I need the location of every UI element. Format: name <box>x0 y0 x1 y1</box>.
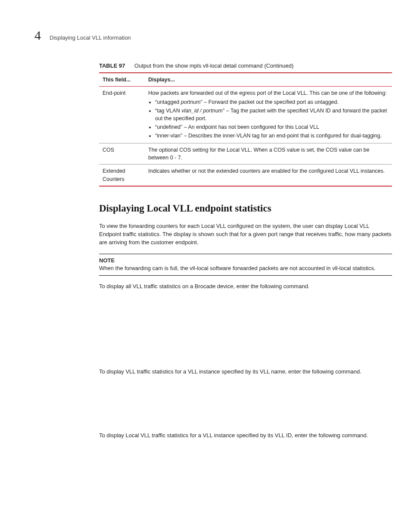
note-text: When the forwarding cam is full, the vll… <box>99 265 376 271</box>
table-label: TABLE 97 <box>99 62 125 69</box>
table-header-displays: Displays... <box>145 73 392 87</box>
cell-field: Extended Counters <box>99 165 145 186</box>
cell-bullets: “untagged portnum” – Forward the packet … <box>155 98 389 140</box>
body-paragraph: To view the forwarding counters for each… <box>99 222 392 247</box>
table-row: Extended Counters Indicates whether or n… <box>99 165 392 186</box>
spacer <box>34 383 385 426</box>
chapter-title: Displaying Local VLL information <box>50 34 131 42</box>
body-paragraph: To display Local VLL traffic statistics … <box>99 432 392 440</box>
table-header-field: This field... <box>99 73 145 87</box>
cell-desc: The optional COS setting for the Local V… <box>145 143 392 165</box>
cell-field: COS <box>99 143 145 165</box>
table-row: End-point How packets are forwarded out … <box>99 87 392 143</box>
table-caption: TABLE 97 Output from the show mpls vll-l… <box>99 62 385 70</box>
chapter-number: 4 <box>34 26 41 45</box>
cell-field: End-point <box>99 87 145 143</box>
page-header: 4 Displaying Local VLL information <box>34 26 385 45</box>
body-paragraph: To display VLL traffic statistics for a … <box>99 368 392 376</box>
note-label: NOTE <box>99 257 392 265</box>
cell-desc: Indicates whether or not the extended co… <box>145 165 392 186</box>
spacer <box>34 298 385 362</box>
list-item: “untagged portnum” – Forward the packet … <box>155 98 389 106</box>
list-item: “undefined” – An endpoint has not been c… <box>155 123 389 131</box>
section-heading: Displaying Local VLL endpoint statistics <box>99 201 385 215</box>
output-table: This field... Displays... End-point How … <box>99 72 392 186</box>
body-paragraph: To display all VLL traffic statistics on… <box>99 283 392 291</box>
list-item: “tag VLAN vlan_id / portnum” – Tag the p… <box>155 107 389 122</box>
table-caption-text: Output from the show mpls vll-local deta… <box>134 62 293 69</box>
cell-desc: How packets are forwarded out of the egr… <box>145 87 392 143</box>
table-row: COS The optional COS setting for the Loc… <box>99 143 392 165</box>
note-block: NOTE When the forwarding cam is full, th… <box>99 254 392 276</box>
list-item: “inner-vlan” – Describes the inner-VLAN … <box>155 132 389 140</box>
cell-intro: How packets are forwarded out of the egr… <box>148 90 387 96</box>
